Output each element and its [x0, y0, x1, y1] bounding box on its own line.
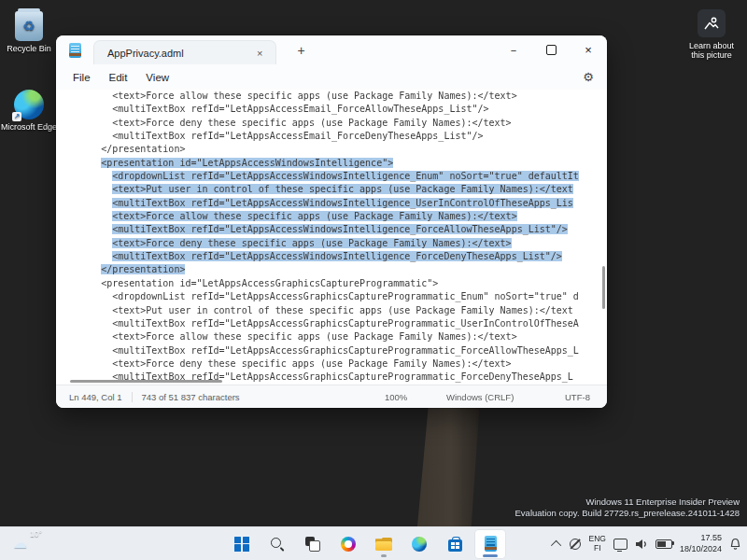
code-line[interactable]: <presentation id="LetAppsAccessWindowsIn… — [67, 157, 601, 170]
edge-icon: ↗ — [14, 90, 44, 119]
edge-taskbar-button[interactable] — [404, 530, 434, 558]
watermark-line1: Windows 11 Enterprise Insider Preview — [515, 497, 740, 508]
task-view-icon — [305, 537, 320, 552]
no-internet-icon[interactable] — [569, 538, 582, 551]
code-line[interactable]: <multiTextBox refId="LetAppsAccessGraphi… — [67, 344, 601, 357]
notepad-taskbar-button[interactable] — [475, 530, 505, 558]
code-line[interactable]: <text>Force deny these specific apps (us… — [67, 357, 601, 371]
copilot-icon — [341, 537, 356, 552]
file-explorer-button[interactable] — [369, 530, 399, 558]
notepad-app-icon — [69, 43, 81, 58]
horizontal-scrollbar[interactable] — [70, 380, 222, 383]
code-line[interactable]: <text>Force allow these specific apps (u… — [67, 90, 601, 103]
desktop: ♻ Recycle Bin ↗ Microsoft Edge Learn abo… — [0, 0, 747, 560]
wallpaper-pier — [274, 399, 524, 527]
search-button[interactable] — [262, 530, 292, 558]
weather-widget[interactable]: 10° ☁ — [7, 527, 60, 560]
clock-time: 17.55 — [700, 533, 722, 542]
code-line[interactable]: <text>Put user in control of these speci… — [67, 183, 601, 196]
code-line[interactable]: <dropdownList refId="LetAppsAccessWindow… — [67, 170, 601, 183]
recycle-bin-label: Recycle Bin — [7, 44, 51, 53]
file-explorer-icon — [375, 538, 392, 551]
learn-label-line2: this picture — [691, 50, 732, 60]
notepad-statusbar: Ln 449, Col 1 743 of 51 837 characters 1… — [56, 385, 607, 408]
menu-file[interactable]: File — [63, 68, 100, 87]
code-line[interactable]: </presentation> — [67, 143, 601, 156]
notepad-titlebar[interactable]: AppPrivacy.adml × + − × — [56, 35, 607, 64]
tab-close-icon[interactable]: × — [253, 47, 266, 60]
cloud-icon: ☁ — [13, 535, 27, 552]
code-line[interactable]: <multiTextBox refId="LetAppsAccessWindow… — [67, 223, 601, 236]
display-icon[interactable] — [613, 539, 627, 550]
status-cursor-position: Ln 449, Col 1 — [69, 392, 122, 402]
code-line[interactable]: <text>Force allow these specific apps (u… — [67, 210, 601, 223]
desktop-icon-learn-about-picture[interactable]: Learn about this picture — [678, 9, 745, 61]
tab-appprivacy-adml[interactable]: AppPrivacy.adml × — [93, 40, 276, 65]
microsoft-store-icon — [448, 539, 462, 552]
desktop-icon-recycle-bin[interactable]: ♻ Recycle Bin — [0, 11, 63, 53]
battery-icon[interactable] — [655, 539, 672, 549]
menu-edit[interactable]: Edit — [100, 68, 137, 87]
maximize-button[interactable] — [532, 35, 570, 64]
code-line[interactable]: <presentation id="LetAppsAccessGraphicsC… — [67, 277, 601, 290]
code-line[interactable]: <dropdownList refId="LetAppsAccessGraphi… — [67, 290, 601, 303]
status-separator — [132, 392, 133, 402]
learn-label-line1: Learn about — [689, 41, 734, 50]
code-line[interactable]: <text>Force deny these specific apps (us… — [67, 117, 601, 130]
tray-chevron-up-icon[interactable] — [550, 539, 560, 550]
maximize-icon — [546, 45, 557, 55]
search-icon — [270, 537, 285, 552]
code-line[interactable]: <multiTextBox refId="LetAppsAccessWindow… — [67, 197, 601, 210]
minimize-button[interactable]: − — [495, 35, 532, 64]
close-button[interactable]: × — [570, 35, 607, 64]
copilot-button[interactable] — [333, 530, 363, 558]
code-line[interactable]: <text>Force allow these specific apps (u… — [67, 330, 601, 343]
settings-gear-icon[interactable]: ⚙ — [583, 70, 594, 84]
code-line[interactable]: <text>Put user in control of these speci… — [67, 304, 601, 317]
code-line[interactable]: <multiTextBox refId="LetAppsAccessEmail_… — [67, 103, 601, 116]
code-line[interactable]: </presentation> — [67, 263, 601, 276]
status-character-count: 743 of 51 837 characters — [142, 392, 240, 402]
menu-view[interactable]: View — [136, 68, 178, 87]
picture-icon — [698, 9, 726, 37]
taskbar: 10° ☁ — [0, 526, 747, 560]
language-line2: FI — [594, 543, 601, 553]
tab-title: AppPrivacy.adml — [107, 48, 229, 59]
active-indicator — [483, 554, 498, 557]
language-line1: ENG — [589, 534, 606, 543]
watermark-line2: Evaluation copy. Build 27729.rs_prerelea… — [515, 508, 740, 519]
recycle-bin-icon: ♻ — [15, 11, 43, 41]
evaluation-watermark: Windows 11 Enterprise Insider Preview Ev… — [515, 497, 740, 519]
edge-label: Microsoft Edge — [1, 122, 57, 132]
code-line[interactable]: <multiTextBox refId="LetAppsAccessGraphi… — [67, 317, 601, 330]
clock[interactable]: 17.55 18/10/2024 — [680, 533, 722, 554]
start-button[interactable] — [227, 530, 257, 558]
code-line[interactable]: <multiTextBox refId="LetAppsAccessWindow… — [67, 250, 601, 263]
task-view-button[interactable] — [298, 530, 328, 558]
volume-icon[interactable] — [635, 539, 648, 550]
notepad-menubar: File Edit View ⚙ — [56, 64, 607, 90]
shortcut-arrow-icon: ↗ — [12, 112, 21, 121]
windows-logo-icon — [234, 537, 249, 552]
status-encoding[interactable]: UTF-8 — [565, 385, 590, 408]
clock-date: 18/10/2024 — [680, 544, 722, 553]
language-indicator[interactable]: ENG FI — [589, 535, 606, 553]
status-zoom-level[interactable]: 100% — [385, 385, 407, 408]
running-indicator — [381, 554, 387, 557]
notepad-window: AppPrivacy.adml × + − × File Edit View ⚙… — [56, 35, 607, 408]
status-line-ending[interactable]: Windows (CRLF) — [446, 385, 514, 408]
code-line[interactable]: <text>Force deny these specific apps (us… — [67, 237, 601, 250]
text-editor-area[interactable]: <text>Force allow these specific apps (u… — [56, 90, 601, 385]
notification-bell-icon[interactable] — [729, 538, 741, 551]
temperature-label: 10° — [30, 529, 42, 539]
edge-icon — [412, 537, 427, 552]
desktop-icon-microsoft-edge[interactable]: ↗ Microsoft Edge — [0, 90, 63, 132]
new-tab-button[interactable]: + — [289, 41, 312, 60]
store-button[interactable] — [440, 530, 470, 558]
vertical-scrollbar[interactable] — [602, 266, 605, 309]
code-line[interactable]: <multiTextBox refId="LetAppsAccessEmail_… — [67, 130, 601, 143]
notepad-icon — [485, 536, 497, 552]
